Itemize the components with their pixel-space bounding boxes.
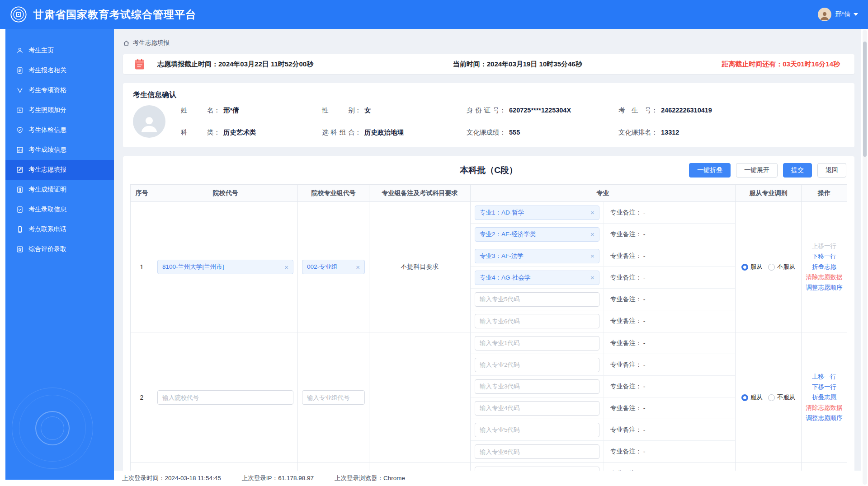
current-time: 当前时间：2024年03月19日 10时35分46秒 bbox=[453, 60, 582, 69]
radio-option-selected[interactable]: 服从 bbox=[741, 263, 763, 271]
remove-tag-icon[interactable]: × bbox=[590, 252, 594, 260]
scrollbar-thumb[interactable] bbox=[863, 42, 867, 157]
remove-tag-icon[interactable]: × bbox=[356, 263, 360, 271]
row-index: 2 bbox=[131, 332, 153, 463]
major-tag[interactable]: 专业1：AD-哲学× bbox=[475, 206, 599, 220]
sidebar-item-score[interactable]: 考生成绩信息 bbox=[5, 140, 114, 160]
major-code-input[interactable] bbox=[475, 314, 599, 328]
major-note-value: - bbox=[643, 426, 646, 434]
radio-option[interactable]: 不服从 bbox=[768, 263, 796, 271]
major-code-input[interactable] bbox=[475, 358, 599, 372]
platform-logo-icon bbox=[10, 6, 27, 23]
chart-icon bbox=[16, 146, 24, 154]
sidebar-item-evaluation[interactable]: 综合评价录取 bbox=[5, 239, 114, 259]
major-subrow: 专业2：AE-经济学类×专业备注：- bbox=[471, 224, 735, 245]
breadcrumb: 考生志愿填报 bbox=[123, 38, 854, 48]
info-field: 文化课成绩：555 bbox=[467, 128, 618, 137]
action-collapse[interactable]: 折叠志愿 bbox=[812, 263, 836, 271]
major-tag[interactable]: 专业4：AG-社会学× bbox=[475, 271, 599, 285]
major-note: 专业备注：- bbox=[604, 441, 735, 463]
sidebar-item-application[interactable]: 考生志愿填报 bbox=[5, 160, 114, 180]
action-move-down[interactable]: 下移一行 bbox=[812, 252, 836, 261]
last-login-ip: 上次登录IP：61.178.98.97 bbox=[242, 474, 314, 482]
remove-tag-icon[interactable]: × bbox=[590, 274, 594, 281]
action-collapse[interactable]: 折叠志愿 bbox=[812, 393, 836, 402]
major-code-input[interactable] bbox=[475, 444, 599, 459]
info-field-value: 24622226310419 bbox=[661, 107, 712, 114]
major-code-input[interactable] bbox=[475, 379, 599, 394]
major-note: 专业备注：- bbox=[604, 310, 735, 332]
major-note: 专业备注：- bbox=[604, 397, 735, 419]
info-field-value: 邢*倩 bbox=[223, 107, 239, 114]
star-icon bbox=[16, 246, 24, 253]
v-icon bbox=[16, 87, 24, 94]
shield-icon bbox=[16, 126, 24, 134]
college-tag[interactable]: 8100-兰州大学[兰州市]× bbox=[157, 260, 293, 274]
major-code-input[interactable] bbox=[475, 423, 599, 437]
radio-option-selected[interactable]: 服从 bbox=[741, 393, 763, 402]
major-note-label: 专业备注： bbox=[610, 252, 642, 260]
radio-label: 服从 bbox=[750, 263, 763, 271]
major-input-wrap bbox=[471, 332, 604, 354]
back-button[interactable]: 返回 bbox=[817, 163, 846, 178]
info-field: 科类：历史艺术类 bbox=[181, 128, 322, 137]
sidebar-item-bonus[interactable]: 考生照顾加分 bbox=[5, 100, 114, 120]
info-field-colon: ： bbox=[355, 129, 362, 136]
sidebar-item-label: 考生专项资格 bbox=[28, 86, 66, 94]
table-body: 18100-兰州大学[兰州市]×002-专业组×不提科目要求专业1：AD-哲学×… bbox=[131, 202, 847, 486]
user-icon bbox=[16, 47, 24, 54]
major-input-wrap bbox=[471, 397, 604, 419]
majors-cell: 专业备注：-专业备注：-专业备注：-专业备注：-专业备注：-专业备注：- bbox=[471, 332, 736, 463]
action-reorder[interactable]: 调整志愿顺序 bbox=[806, 284, 843, 292]
major-code-input[interactable] bbox=[475, 292, 599, 307]
sidebar-item-label: 考生报名相关 bbox=[28, 66, 66, 75]
radio-label: 不服从 bbox=[777, 393, 796, 402]
action-move-up[interactable]: 上移一行 bbox=[812, 373, 836, 381]
group-tag[interactable]: 002-专业组× bbox=[302, 260, 365, 274]
group-code-input[interactable] bbox=[302, 390, 365, 405]
major-code-input[interactable] bbox=[475, 336, 599, 350]
major-note-label: 专业备注： bbox=[610, 209, 642, 217]
sidebar-item-admission[interactable]: 考生录取信息 bbox=[5, 200, 114, 220]
remove-tag-icon[interactable]: × bbox=[590, 209, 594, 216]
remove-tag-icon[interactable]: × bbox=[590, 230, 594, 238]
sidebar-item-qualification[interactable]: 考生专项资格 bbox=[5, 80, 114, 100]
major-note-label: 专业备注： bbox=[610, 361, 642, 369]
submit-button[interactable]: 提交 bbox=[783, 163, 812, 178]
sidebar-item-certificate[interactable]: 考生成绩证明 bbox=[5, 180, 114, 200]
actions-cell: 上移一行下移一行折叠志愿清除志愿数据调整志愿顺序 bbox=[802, 202, 847, 332]
sidebar-item-phone[interactable]: 考点联系电话 bbox=[5, 220, 114, 239]
action-clear[interactable]: 清除志愿数据 bbox=[806, 273, 843, 281]
action-reorder[interactable]: 调整志愿顺序 bbox=[806, 414, 843, 422]
major-tag[interactable]: 专业2：AE-经济学类× bbox=[475, 227, 599, 242]
batch-card: 本科批（C段） 一键折叠一键展开提交返回 序号院校代号院校专业组代号专业组备注及… bbox=[123, 156, 854, 486]
sidebar-item-home[interactable]: 考生主页 bbox=[5, 41, 114, 61]
info-field: 选科组合：历史政治地理 bbox=[322, 128, 467, 137]
user-avatar bbox=[818, 8, 831, 21]
major-tag[interactable]: 专业3：AF-法学× bbox=[475, 249, 599, 263]
major-note-value: - bbox=[643, 383, 646, 390]
info-field-colon: ： bbox=[651, 129, 658, 136]
sidebar-item-medical[interactable]: 考生体检信息 bbox=[5, 120, 114, 140]
major-input-wrap bbox=[471, 354, 604, 375]
action-move-down[interactable]: 下移一行 bbox=[812, 383, 836, 391]
user-menu[interactable]: 邢*倩 bbox=[818, 8, 858, 21]
sidebar-item-label: 考生照顾加分 bbox=[28, 106, 66, 114]
action-clear[interactable]: 清除志愿数据 bbox=[806, 404, 843, 412]
info-field: 文化课排名：13312 bbox=[618, 128, 844, 137]
info-field-label: 选科组合 bbox=[322, 128, 355, 137]
sidebar-item-registration[interactable]: 考生报名相关 bbox=[5, 61, 114, 80]
major-note-label: 专业备注： bbox=[610, 274, 642, 282]
info-field-value: 13312 bbox=[661, 129, 679, 136]
college-code-input[interactable] bbox=[157, 390, 293, 405]
major-code-input[interactable] bbox=[475, 401, 599, 416]
remove-tag-icon[interactable]: × bbox=[284, 263, 288, 271]
sidebar-item-label: 考生体检信息 bbox=[28, 126, 66, 134]
candidate-info-card: 考生信息确认 姓名：邢*倩性别：女身份证号：620725****1225304X… bbox=[123, 83, 854, 147]
home-icon bbox=[123, 40, 130, 47]
collapse-all-button[interactable]: 一键折叠 bbox=[689, 163, 731, 178]
radio-option[interactable]: 不服从 bbox=[768, 393, 796, 402]
info-field-value: 620725****1225304X bbox=[509, 107, 571, 114]
expand-all-button[interactable]: 一键展开 bbox=[736, 163, 778, 178]
major-tag-label: 专业4：AG-社会学 bbox=[480, 274, 531, 282]
